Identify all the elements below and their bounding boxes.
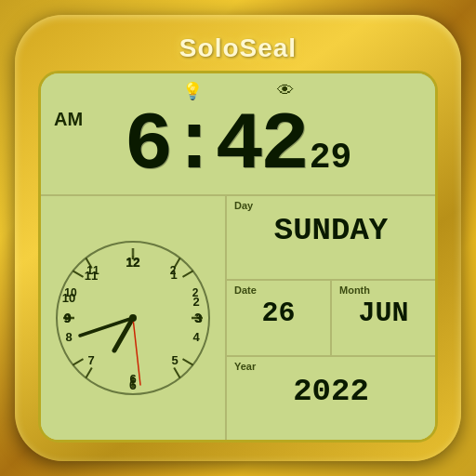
svg-text:5: 5 bbox=[171, 353, 178, 367]
svg-text:1: 1 bbox=[170, 268, 177, 282]
svg-text:11: 11 bbox=[85, 269, 98, 283]
svg-text:6: 6 bbox=[129, 372, 136, 386]
time-main: 6:42 bbox=[125, 105, 306, 187]
day-value: SUNDAY bbox=[234, 213, 428, 248]
year-row: Year 2022 bbox=[227, 357, 435, 440]
clock-icons: 💡 👁 bbox=[52, 81, 424, 101]
clock-section: 💡 👁 AM 6:42 29 bbox=[41, 73, 435, 196]
eye-icon[interactable]: 👁 bbox=[277, 81, 294, 101]
outer-frame: SoloSeal 💡 👁 AM 6:42 29 bbox=[15, 15, 461, 461]
svg-text:2: 2 bbox=[192, 295, 199, 309]
month-cell: Month JUN bbox=[332, 281, 435, 356]
analog-clock-section: 12 3 6 9 2 2 11 10 12 1 2 3 4 5 6 7 bbox=[41, 196, 227, 440]
svg-text:9: 9 bbox=[63, 311, 70, 325]
digital-time-display: 6:42 29 bbox=[52, 105, 424, 187]
svg-text:12: 12 bbox=[126, 256, 139, 270]
svg-text:4: 4 bbox=[192, 330, 200, 344]
app-title: SoloSeal bbox=[179, 33, 297, 63]
date-value: 26 bbox=[234, 298, 323, 329]
svg-text:3: 3 bbox=[195, 311, 202, 325]
analog-clock-face: 12 3 6 9 2 2 11 10 12 1 2 3 4 5 6 7 bbox=[54, 239, 212, 397]
date-label: Date bbox=[234, 284, 323, 296]
time-seconds: 29 bbox=[310, 138, 352, 178]
date-cell: Date 26 bbox=[227, 281, 332, 356]
month-value: JUN bbox=[339, 298, 428, 329]
svg-text:8: 8 bbox=[65, 330, 72, 344]
year-value: 2022 bbox=[234, 374, 428, 409]
am-pm-label: AM bbox=[54, 109, 83, 130]
main-panel: 💡 👁 AM 6:42 29 bbox=[38, 71, 438, 443]
bulb-icon[interactable]: 💡 bbox=[182, 81, 203, 101]
day-label: Day bbox=[234, 200, 428, 211]
svg-text:10: 10 bbox=[62, 291, 75, 305]
month-label: Month bbox=[339, 284, 428, 296]
year-label: Year bbox=[234, 361, 428, 372]
svg-point-37 bbox=[129, 314, 137, 322]
svg-text:7: 7 bbox=[87, 353, 94, 367]
bottom-section: 12 3 6 9 2 2 11 10 12 1 2 3 4 5 6 7 bbox=[41, 196, 435, 440]
date-section: Day SUNDAY Date 26 Month JUN Year 2022 bbox=[227, 196, 435, 440]
date-month-row: Date 26 Month JUN bbox=[227, 281, 435, 358]
day-row: Day SUNDAY bbox=[227, 196, 435, 281]
